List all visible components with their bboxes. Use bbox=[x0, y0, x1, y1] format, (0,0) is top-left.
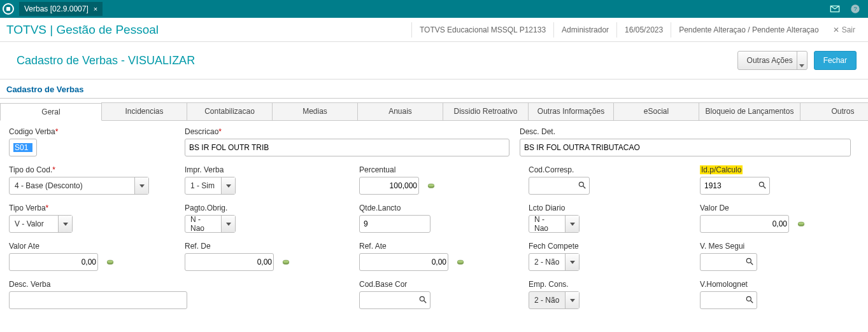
id-calculo-input[interactable] bbox=[700, 177, 770, 195]
tipo-cod-value: 4 - Base (Desconto) bbox=[10, 181, 134, 190]
search-icon[interactable] bbox=[745, 295, 754, 306]
v-mes-segui-input[interactable] bbox=[700, 253, 757, 271]
valor-ate-label: Valor Ate bbox=[9, 242, 174, 251]
codigo-verba-input[interactable] bbox=[9, 139, 37, 156]
chevron-down-icon bbox=[565, 216, 579, 232]
tab-outras-informacoes[interactable]: Outras Informações bbox=[528, 102, 614, 120]
lcto-diario-select[interactable]: N - Nao bbox=[529, 215, 580, 233]
window-tab[interactable]: Verbas [02.9.0007] × bbox=[19, 2, 103, 16]
impr-verba-value: 1 - Sim bbox=[185, 181, 221, 190]
exit-label: Sair bbox=[842, 25, 855, 34]
money-icon bbox=[453, 253, 467, 271]
tab-contabilizacao[interactable]: Contabilizacao bbox=[187, 102, 273, 120]
qtde-lancto-input[interactable] bbox=[359, 215, 430, 233]
fech-compete-select[interactable]: 2 - Não bbox=[529, 253, 580, 271]
other-actions-label: Outras Ações bbox=[747, 56, 793, 65]
ref-de-input[interactable] bbox=[185, 253, 274, 271]
app-top-bar: Verbas [02.9.0007] × ? bbox=[0, 0, 868, 18]
cod-base-cor-label: Cod.Base Cor bbox=[359, 280, 518, 289]
tab-label: Bloqueio de Lançamentos bbox=[706, 107, 794, 116]
search-icon[interactable] bbox=[578, 181, 587, 191]
cod-base-cor-input[interactable] bbox=[359, 291, 430, 309]
tab-label: Outras Informações bbox=[537, 107, 604, 116]
chevron-down-icon bbox=[221, 177, 235, 194]
ref-ate-input[interactable] bbox=[359, 253, 448, 271]
mail-icon[interactable] bbox=[829, 3, 841, 15]
svg-point-6 bbox=[759, 182, 764, 186]
form-area: Codigo Verba* Descricao* Desc. Det. Tipo… bbox=[0, 121, 868, 324]
svg-point-11 bbox=[107, 260, 113, 263]
tab-bloqueio[interactable]: Bloqueio de Lançamentos bbox=[699, 102, 800, 120]
exit-button[interactable]: ✕ Sair bbox=[827, 25, 862, 34]
descricao-input[interactable] bbox=[185, 139, 509, 156]
context-environment: TOTVS Educacional MSSQL P12133 bbox=[411, 22, 553, 38]
v-mes-segui-label: V. Mes Segui bbox=[700, 242, 757, 251]
v-homolognet-input[interactable] bbox=[700, 291, 757, 309]
tab-bar: Geral Incidencias Contabilizacao Medias … bbox=[0, 102, 868, 121]
pagto-obrig-label: Pagto.Obrig. bbox=[185, 204, 349, 212]
impr-verba-select[interactable]: 1 - Sim bbox=[185, 177, 236, 195]
valor-de-input[interactable] bbox=[700, 215, 789, 233]
tab-dissidio[interactable]: Dissidio Retroativo bbox=[443, 102, 529, 120]
lcto-diario-label: Lcto Diario bbox=[529, 204, 690, 212]
context-pending: Pendente Alteraçao / Pendente Alteraçao bbox=[671, 22, 827, 38]
svg-point-16 bbox=[746, 258, 751, 263]
window-tab-label: Verbas [02.9.0007] bbox=[24, 4, 89, 13]
cod-corresp-label: Cod.Corresp. bbox=[529, 165, 690, 174]
desc-verba-input[interactable] bbox=[9, 291, 187, 309]
impr-verba-label: Impr. Verba bbox=[185, 165, 349, 174]
tab-label: Geral bbox=[41, 107, 60, 116]
pagto-obrig-value: N - Nao bbox=[185, 215, 221, 233]
desc-det-input[interactable] bbox=[520, 139, 851, 156]
svg-point-9 bbox=[798, 222, 804, 225]
svg-point-15 bbox=[457, 260, 463, 263]
pagto-obrig-select[interactable]: N - Nao bbox=[185, 215, 236, 233]
chevron-down-icon bbox=[797, 52, 807, 69]
search-icon[interactable] bbox=[745, 257, 754, 268]
tab-label: Outros bbox=[831, 107, 854, 116]
svg-point-3 bbox=[428, 184, 434, 187]
tipo-verba-select[interactable]: V - Valor bbox=[9, 215, 73, 233]
tipo-cod-select[interactable]: 4 - Base (Desconto) bbox=[9, 177, 149, 195]
search-icon[interactable] bbox=[418, 295, 427, 306]
chevron-down-icon bbox=[565, 292, 579, 308]
percentual-input[interactable] bbox=[359, 177, 419, 195]
descricao-label: Descricao* bbox=[185, 127, 509, 136]
search-icon[interactable] bbox=[758, 181, 767, 191]
tab-esocial[interactable]: eSocial bbox=[613, 102, 699, 120]
lcto-diario-value: N - Nao bbox=[529, 215, 565, 233]
close-button[interactable]: Fechar bbox=[814, 51, 857, 70]
chevron-down-icon bbox=[221, 216, 235, 232]
chevron-down-icon bbox=[58, 216, 72, 232]
svg-point-4 bbox=[579, 182, 583, 186]
ref-de-label: Ref. De bbox=[185, 242, 349, 251]
fech-compete-value: 2 - Não bbox=[529, 258, 565, 266]
ref-ate-label: Ref. Ate bbox=[359, 242, 518, 251]
close-button-label: Fechar bbox=[823, 56, 847, 65]
header-bar: TOTVS | Gestão de Pessoal TOTVS Educacio… bbox=[0, 18, 868, 42]
tab-label: Incidencias bbox=[125, 107, 163, 116]
tab-incidencias[interactable]: Incidencias bbox=[101, 102, 187, 120]
section-title: Cadastro de Verbas bbox=[0, 80, 868, 99]
sub-header: Cadastro de Verbas - VISUALIZAR Outras A… bbox=[0, 42, 868, 80]
tab-outros[interactable]: Outros bbox=[800, 102, 868, 120]
chevron-down-icon bbox=[565, 254, 579, 270]
valor-ate-input[interactable] bbox=[9, 253, 98, 271]
money-icon bbox=[794, 215, 808, 233]
cod-corresp-input[interactable] bbox=[529, 177, 590, 195]
close-icon[interactable]: × bbox=[94, 5, 97, 13]
context-user: Administrador bbox=[553, 22, 616, 38]
emp-cons-select[interactable]: 2 - Não bbox=[529, 291, 580, 309]
tipo-verba-value: V - Valor bbox=[10, 219, 58, 228]
help-icon[interactable]: ? bbox=[849, 3, 862, 15]
tab-medias[interactable]: Medias bbox=[272, 102, 358, 120]
app-logo-icon bbox=[3, 3, 14, 15]
desc-verba-label: Desc. Verba bbox=[9, 280, 174, 289]
tab-geral[interactable]: Geral bbox=[0, 103, 102, 121]
chevron-down-icon bbox=[134, 177, 148, 194]
svg-line-21 bbox=[751, 301, 753, 303]
svg-line-17 bbox=[751, 263, 753, 265]
tab-anuais[interactable]: Anuais bbox=[357, 102, 443, 120]
other-actions-button[interactable]: Outras Ações bbox=[737, 51, 808, 70]
page-title: Cadastro de Verbas - VISUALIZAR bbox=[17, 54, 195, 67]
